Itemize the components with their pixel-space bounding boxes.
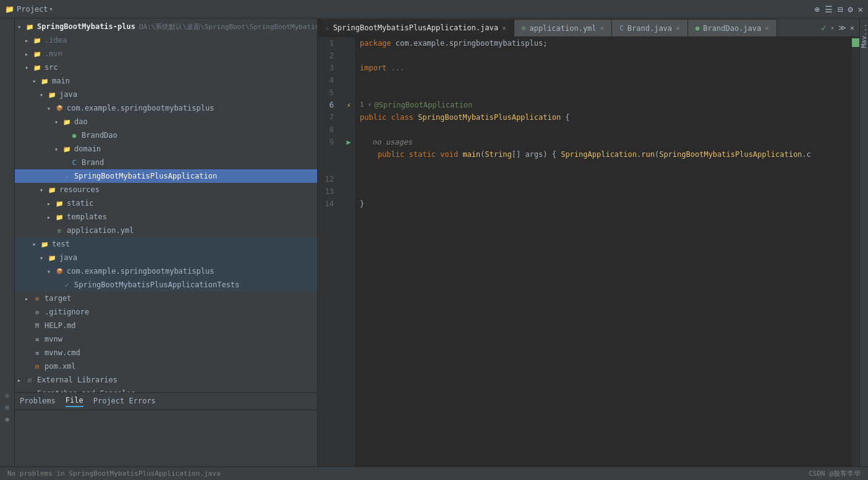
tab-app-yaml[interactable]: ⚙ application.yml ✕ — [514, 19, 613, 36]
tree-brand-dao[interactable]: ● BrandDao — [15, 128, 317, 142]
tree-root[interactable]: 📁 SpringBootMybatis-plus DA:\系统默认\桌面\Spr… — [15, 20, 317, 33]
tree-test-pkg[interactable]: 📦 com.example.springbootmybatisplus — [15, 264, 317, 278]
file-tree[interactable]: 📁 SpringBootMybatis-plus DA:\系统默认\桌面\Spr… — [15, 19, 317, 392]
help-md-icon: M — [32, 321, 42, 331]
tab-main-app-close[interactable]: ✕ — [502, 24, 506, 32]
ext-libs-arrow — [17, 377, 23, 384]
tree-pkg[interactable]: 📦 com.example.springbootmybatisplus — [15, 101, 317, 115]
tree-scratches[interactable]: ✏ Scratches and Consoles — [15, 387, 317, 392]
tree-target[interactable]: ⊕ target — [15, 292, 317, 305]
top-toolbar: 📁 Project ▾ ⊕ ☰ ⊟ ⚙ ✕ — [0, 0, 868, 19]
code-line-4 — [360, 74, 847, 86]
gutter-10 — [343, 148, 355, 161]
kw-public2: public — [378, 148, 409, 161]
tree-mvnw-cmd[interactable]: ≡ mvnw.cmd — [15, 346, 317, 360]
tree-static[interactable]: 📁 static — [15, 196, 317, 210]
code-line-2 — [360, 49, 847, 62]
tab-yaml-close[interactable]: ✕ — [600, 24, 605, 32]
tree-resources[interactable]: 📁 resources — [15, 183, 317, 196]
domain-label: domain — [74, 145, 101, 153]
tree-gitignore[interactable]: ⊘ .gitignore — [15, 305, 317, 319]
main-icon: 📁 — [40, 76, 49, 86]
tab-problems[interactable]: Problems — [20, 397, 56, 406]
close-editor-icon[interactable]: ✕ — [850, 23, 854, 32]
tree-external-libs[interactable]: ⊞ External Libraries — [15, 373, 317, 387]
root-path: DA:\系统默认\桌面\SpringBoot\SpringBootMybatis… — [139, 22, 317, 32]
gutter-7 — [343, 111, 355, 124]
indent-space — [360, 148, 378, 161]
static-arrow — [47, 200, 53, 207]
line-num-1: 1 — [318, 37, 338, 49]
tree-help-md[interactable]: M HELP.md — [15, 319, 317, 332]
gutter-1 — [343, 37, 355, 49]
tree-main[interactable]: 📁 main — [15, 74, 317, 88]
tab-main-app-label: SpringBootMybatisPlusApplication.java — [333, 23, 498, 32]
mvnw-icon: ≡ — [32, 334, 42, 344]
tab-brand-dao-close[interactable]: ✕ — [765, 24, 769, 32]
maven-panel[interactable]: Mav... — [859, 19, 868, 466]
root-arrow — [17, 23, 23, 30]
marks-icon[interactable]: ⊙ — [5, 392, 9, 400]
gutter-9-run[interactable]: ▶ — [343, 136, 355, 148]
tree-templates[interactable]: 📁 templates — [15, 210, 317, 224]
more-tabs-icon[interactable]: ≫ — [838, 23, 846, 32]
tree-src[interactable]: 📁 src — [15, 61, 317, 74]
tree-app-yml[interactable]: ⚙ application.yml — [15, 224, 317, 237]
line-num-13: 13 — [318, 185, 338, 198]
src-label: src — [45, 63, 58, 72]
brand-label: Brand — [82, 158, 104, 167]
marks-icon3[interactable]: ◉ — [5, 415, 9, 423]
marks-icon2[interactable]: ⊞ — [5, 403, 9, 411]
test-java-label: java — [59, 253, 77, 262]
maven-label[interactable]: Mav... — [859, 21, 868, 51]
root-folder-icon: 📁 — [25, 22, 35, 32]
toolbar-icons: ⊕ ☰ ⊟ ⚙ ✕ — [814, 4, 863, 14]
tab-brand-dao-label: BrandDao.java — [703, 24, 761, 33]
tab-brand-dao[interactable]: ● BrandDao.java ✕ — [688, 19, 777, 36]
gitignore-label: .gitignore — [45, 308, 89, 316]
close-panel-icon[interactable]: ✕ — [858, 4, 863, 14]
java-arrow — [40, 91, 46, 98]
tree-pom-xml[interactable]: m pom.xml — [15, 360, 317, 373]
tab-file[interactable]: File — [66, 396, 83, 407]
tree-mvnw[interactable]: ≡ mvnw — [15, 332, 317, 346]
tree-mvn[interactable]: 📁 .mvn — [15, 47, 317, 61]
tree-test[interactable]: 📁 test — [15, 237, 317, 251]
code-area[interactable]: package com.example.springbootmybatisplu… — [355, 37, 852, 466]
tree-test-java[interactable]: 📁 java — [15, 251, 317, 264]
toolbar-dropdown-arrow[interactable]: ▾ — [49, 6, 53, 12]
editor-content: 1 2 3 4 5 6 7 8 9 12 13 14 — [318, 37, 859, 466]
tab-main-app[interactable]: ☆ SpringBootMybatisPlusApplication.java … — [318, 19, 514, 36]
pkg-label: com.example.springbootmybatisplus — [67, 104, 214, 112]
tree-test-class[interactable]: ✓ SpringBootMybatisPlusApplicationTests — [15, 278, 317, 292]
dao-folder-arrow — [54, 119, 61, 125]
structure-icon[interactable]: ☰ — [825, 4, 833, 14]
gitignore-icon: ⊘ — [32, 307, 42, 317]
tree-java[interactable]: 📁 java — [15, 88, 317, 101]
tab-project-errors[interactable]: Project Errors — [93, 397, 156, 406]
run-args: ( — [655, 148, 659, 161]
line-numbers: 1 2 3 4 5 6 7 8 9 12 13 14 — [318, 37, 343, 466]
chevron-right-icon[interactable]: › — [830, 23, 835, 32]
sync-icon[interactable]: ⊕ — [814, 4, 819, 14]
line-num-5: 5 — [318, 86, 338, 99]
help-md-label: HELP.md — [45, 321, 76, 330]
tab-brand-close[interactable]: ✕ — [676, 24, 680, 32]
tab-yaml-label: application.yml — [529, 24, 596, 33]
tree-main-app[interactable]: ☆ SpringBootMybatisPlusApplication — [15, 169, 317, 183]
tree-brand[interactable]: C Brand — [15, 156, 317, 169]
pkg-arrow — [47, 105, 53, 112]
line-num-3: 3 — [318, 62, 338, 74]
tab-brand[interactable]: C Brand.java ✕ — [612, 19, 688, 36]
code-line-3: import ... — [360, 62, 847, 74]
toolbar-project-label[interactable]: Project — [17, 5, 48, 14]
tree-idea[interactable]: 📁 .idea — [15, 33, 317, 47]
settings-icon[interactable]: ⚙ — [848, 4, 853, 14]
collapse-icon[interactable]: ⊟ — [838, 4, 843, 14]
annotation: @SpringBootApplication — [374, 99, 472, 111]
templates-arrow — [47, 214, 53, 221]
tree-domain[interactable]: 📁 domain — [15, 142, 317, 156]
tree-dao-folder[interactable]: 📁 dao — [15, 115, 317, 128]
domain-icon: 📁 — [62, 144, 72, 154]
line-num-6: 6 — [318, 99, 338, 111]
